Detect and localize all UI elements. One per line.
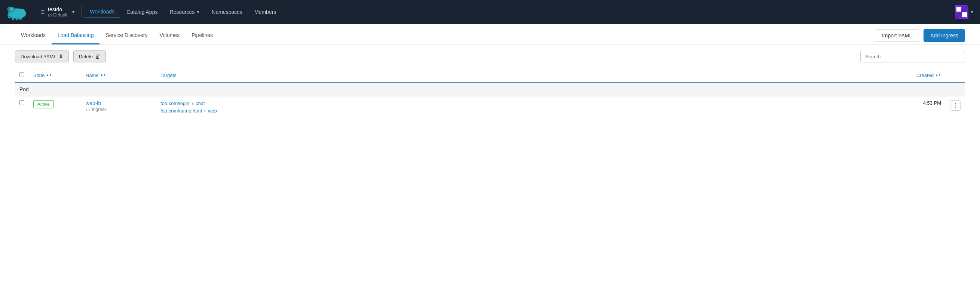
nav-workloads[interactable]: Workloads [84, 6, 120, 18]
group-row-pod: Pod [15, 82, 965, 97]
avatar-cell [956, 12, 961, 17]
target-service-1[interactable]: chat [196, 100, 205, 106]
org-icon: ☰ [40, 10, 45, 15]
tab-pipelines[interactable]: Pipelines [186, 27, 219, 44]
nav-members[interactable]: Members [249, 6, 281, 18]
nav-resources[interactable]: Resources ▼ [164, 6, 205, 18]
toolbar: Download YAML ⬇ Delete 🗑 [0, 44, 980, 68]
target-row-1: foo.com/login › chat [161, 100, 874, 106]
user-chevron-icon[interactable]: ▼ [970, 10, 974, 14]
row-checkbox-cell[interactable] [15, 97, 29, 119]
import-yaml-button[interactable]: Import YAML [875, 29, 919, 42]
svg-point-5 [11, 9, 11, 10]
avatar-cell [962, 12, 967, 17]
trash-icon: 🗑 [95, 54, 100, 59]
nav-links: Workloads Catalog Apps Resources ▼ Names… [84, 6, 955, 18]
user-avatar[interactable] [955, 5, 969, 19]
created-time: 4:53 PM [883, 100, 941, 106]
nav-separator [81, 6, 81, 17]
org-selector[interactable]: ☰ testdo 🗂 Default ▼ [37, 5, 78, 19]
svg-rect-7 [16, 17, 18, 20]
target-arrow-icon-1: › [191, 100, 193, 106]
org-name: testdo [48, 6, 67, 12]
resources-chevron-icon: ▼ [196, 10, 200, 14]
table-header: State ▲▼ Name ▲▼ Targets Created [15, 68, 965, 82]
tab-service-discovery[interactable]: Service Discovery [100, 27, 153, 44]
table-body: Pod Active web-lb L7 Ingress foo.com/log… [15, 82, 965, 119]
created-sort-arrows: ▲▼ [935, 74, 941, 77]
created-cell: 4:53 PM [878, 97, 946, 119]
target-path-1[interactable]: foo.com/login [161, 100, 189, 106]
top-navigation: ☰ testdo 🗂 Default ▼ Workloads Catalog A… [0, 0, 980, 24]
ingress-table: State ▲▼ Name ▲▼ Targets Created [15, 68, 965, 119]
add-ingress-button[interactable]: Add Ingress [924, 29, 965, 42]
status-badge: Active [33, 100, 54, 108]
org-chevron-icon: ▼ [71, 10, 75, 14]
search-box [860, 51, 965, 62]
svg-rect-6 [11, 17, 14, 20]
avatar-cell [956, 7, 961, 11]
row-actions-button[interactable]: ⋮ [950, 100, 961, 111]
state-sort-arrows: ▲▼ [46, 74, 52, 77]
row-actions-cell[interactable]: ⋮ [946, 97, 965, 119]
name-cell: web-lb L7 Ingress [81, 97, 156, 119]
logo-area [6, 4, 32, 20]
secondary-nav: Workloads Load Balancing Service Discove… [0, 27, 980, 44]
entry-type: L7 Ingress [86, 107, 151, 112]
state-cell: Active [29, 97, 81, 119]
table-row: Active web-lb L7 Ingress foo.com/login ›… [15, 97, 965, 119]
nav-namespaces[interactable]: Namespaces [207, 6, 248, 18]
avatar-cell [962, 7, 967, 11]
targets-cell: foo.com/login › chat foo.com/name.html ›… [156, 97, 878, 119]
tab-load-balancing[interactable]: Load Balancing [52, 27, 100, 44]
tab-volumes[interactable]: Volumes [153, 27, 186, 44]
select-all-checkbox[interactable] [19, 72, 24, 77]
target-arrow-icon-2: › [204, 108, 206, 114]
entry-name-link[interactable]: web-lb [86, 100, 151, 106]
target-path-2[interactable]: foo.com/name.html [161, 108, 202, 114]
download-icon: ⬇ [59, 54, 63, 59]
targets-column-header: Targets [156, 68, 878, 82]
svg-rect-8 [19, 17, 22, 20]
name-sort-arrows: ▲▼ [100, 74, 106, 77]
rancher-logo [6, 4, 29, 20]
delete-button[interactable]: Delete 🗑 [73, 51, 106, 62]
created-column-header[interactable]: Created ▲▼ [878, 68, 946, 82]
target-row-2: foo.com/name.html › web [161, 108, 874, 114]
tab-workloads[interactable]: Workloads [15, 27, 52, 44]
ellipsis-icon: ⋮ [952, 102, 958, 109]
target-service-2[interactable]: web [208, 108, 217, 114]
nav-right: ▼ [955, 5, 974, 19]
search-input[interactable] [860, 51, 965, 62]
state-column-header[interactable]: State ▲▼ [29, 68, 81, 82]
nav-catalog-apps[interactable]: Catalog Apps [121, 6, 163, 18]
page-actions: Import YAML Add Ingress [875, 29, 965, 42]
name-column-header[interactable]: Name ▲▼ [81, 68, 156, 82]
row-checkbox[interactable] [19, 100, 24, 105]
actions-column-header [946, 68, 965, 82]
select-all-header[interactable] [15, 68, 29, 82]
group-label: Pod [15, 82, 965, 97]
download-yaml-button[interactable]: Download YAML ⬇ [15, 51, 69, 62]
org-project: 🗂 Default [48, 12, 67, 17]
svg-point-2 [19, 9, 25, 14]
table-container: State ▲▼ Name ▲▼ Targets Created [0, 68, 980, 119]
